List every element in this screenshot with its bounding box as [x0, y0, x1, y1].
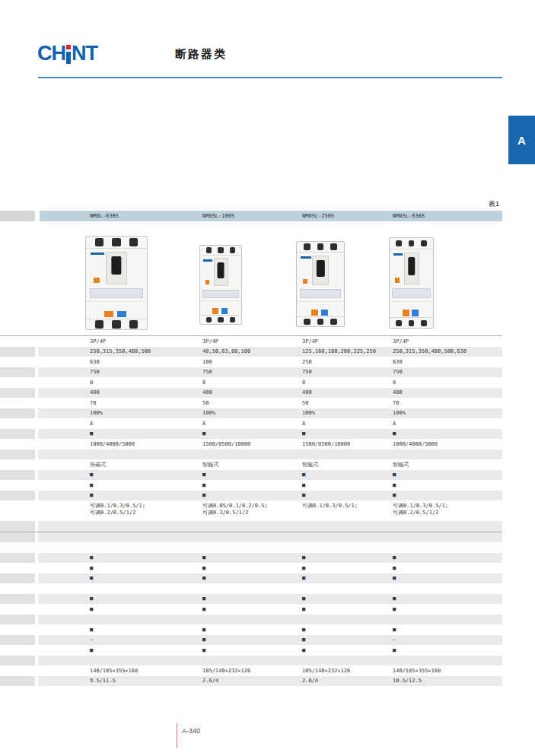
spec-cell: 8: [202, 379, 205, 386]
spec-row: ■■■■: [0, 429, 502, 440]
breaker-blue-button: [412, 310, 419, 316]
spec-row: ■■■■: [0, 563, 502, 573]
spec-cell: ■: [302, 554, 305, 561]
spec-cell: ■: [393, 472, 396, 478]
breaker-seam: [297, 301, 344, 302]
spec-cell: ■: [90, 575, 93, 582]
spec-row: ■■■■: [0, 573, 502, 584]
spec-cell: 热磁式: [90, 461, 106, 468]
breaker-brand-mark: [301, 256, 311, 259]
spec-cell: 可调0.1/0.3/0.5/1; 可调0.2/0.5/1/2: [90, 503, 145, 516]
spec-cell: 2.6/4: [302, 678, 318, 685]
spec-row: 70505070: [0, 398, 502, 408]
spec-cell: 105/140×232×126: [302, 667, 350, 674]
spec-cell: 1500/8500/10000: [302, 440, 350, 447]
spec-row: [0, 583, 502, 594]
spec-cell: 105/140×232×126: [202, 667, 250, 674]
spec-cell: ■: [393, 605, 396, 612]
spec-cell: ■: [393, 430, 396, 437]
spec-cell: ■: [202, 554, 205, 561]
breaker-orange-button: [403, 310, 409, 316]
spec-row: 400400400400: [0, 388, 502, 399]
breaker-brand-mark: [393, 253, 403, 256]
breaker-orange-button: [104, 311, 113, 318]
spec-cell: 100%: [90, 410, 103, 417]
product-photo-nm8sl-630s: [389, 237, 434, 329]
spec-cell: ■: [302, 575, 305, 582]
spec-cell: ■: [302, 646, 305, 653]
spec-cell: 630: [393, 358, 403, 365]
spec-row: ■■■■: [0, 491, 502, 501]
spec-cell: 100%: [302, 410, 315, 417]
spec-cell: 400: [302, 389, 312, 396]
spec-row: [0, 532, 502, 543]
spec-cell: ■: [90, 605, 93, 612]
breaker-toggle: [408, 257, 415, 275]
spec-row: ■■■■: [0, 470, 502, 481]
spec-row: [0, 542, 502, 553]
spec-table: NM8L-630S NM8SL-100S NM8SL-250S NM8SL-63…: [0, 211, 502, 686]
spec-cell: A: [302, 420, 305, 427]
spec-cell: ■: [393, 564, 396, 571]
logo-i-dot-icon: [65, 43, 72, 64]
spec-cell: ■: [302, 481, 305, 488]
breaker-brand-mark: [91, 253, 104, 255]
spec-cell: ■: [202, 575, 205, 582]
spec-cell: 智能式: [302, 461, 318, 468]
spec-cell: 100: [202, 358, 212, 365]
product-photo-nm8l-630s: [85, 236, 148, 330]
breaker-test-button: [303, 279, 307, 284]
spec-cell: ■: [393, 646, 396, 653]
spec-row: 3P/4P3P/4P3P/4P3P/4P: [0, 336, 502, 347]
spec-cell: 50: [302, 399, 308, 406]
spec-cell: —: [90, 637, 93, 643]
spec-row: ■■■■: [0, 624, 502, 635]
breaker-test-button: [94, 278, 99, 283]
breaker-dial-strip: [300, 289, 342, 298]
spec-row: [0, 615, 502, 625]
spec-cell: 3P/4P: [202, 338, 218, 345]
spec-cell: ■: [90, 646, 93, 653]
spec-cell: ■: [202, 492, 205, 499]
spec-cell: ■: [393, 554, 396, 561]
spec-cell: ■: [202, 626, 205, 633]
spec-cell: A: [90, 420, 93, 427]
spec-cell: ■: [202, 637, 205, 643]
page-footer: A-340: [177, 723, 200, 748]
spec-cell: 智能式: [393, 461, 409, 468]
spec-cell: ■: [393, 575, 396, 582]
breaker-toggle: [317, 260, 324, 277]
spec-cell: 100%: [393, 410, 406, 417]
spec-cell: 可调0.1/0.3/0.5/1; 可调0.2/0.5/1/2: [393, 503, 448, 516]
breaker-toggle-panel: [312, 256, 329, 286]
spec-cell: ■: [302, 472, 305, 478]
breaker-test-button: [395, 278, 399, 283]
spec-cell: 630: [90, 358, 100, 365]
breaker-seam: [390, 301, 433, 302]
spec-cell: ■: [202, 481, 205, 488]
spec-row: ■■■■: [0, 553, 502, 564]
breaker-bottom-terminals: [86, 319, 147, 329]
spec-cell: ■: [302, 626, 305, 633]
spec-cell: ■: [302, 430, 305, 437]
spec-cell: 3P/4P: [393, 338, 409, 345]
spec-cell: ■: [202, 564, 205, 571]
spec-row: 8888: [0, 377, 502, 388]
breaker-bottom-terminals: [390, 317, 433, 328]
spec-cell: ■: [393, 596, 396, 602]
spec-row: 9.5/11.52.6/42.6/410.5/12.5: [0, 676, 502, 687]
spec-cell: ■: [90, 472, 93, 478]
table-body: 3P/4P3P/4P3P/4P3P/4P250,315,350,400,5004…: [0, 335, 502, 686]
breaker-blue-button: [321, 310, 328, 316]
spec-cell: —: [393, 637, 396, 643]
breaker-bottom-terminals: [297, 316, 344, 326]
breaker-brand-mark: [203, 259, 212, 262]
spec-cell: ■: [202, 596, 205, 602]
spec-cell: 400: [90, 389, 100, 396]
spec-cell: ■: [90, 564, 93, 571]
breaker-top-terminals: [200, 246, 241, 256]
breaker-blue-button: [117, 311, 126, 318]
spec-cell: 70: [90, 399, 96, 406]
spec-cell: 250,315,350,400,500,630: [393, 348, 467, 355]
breaker-top-terminals: [390, 238, 433, 249]
